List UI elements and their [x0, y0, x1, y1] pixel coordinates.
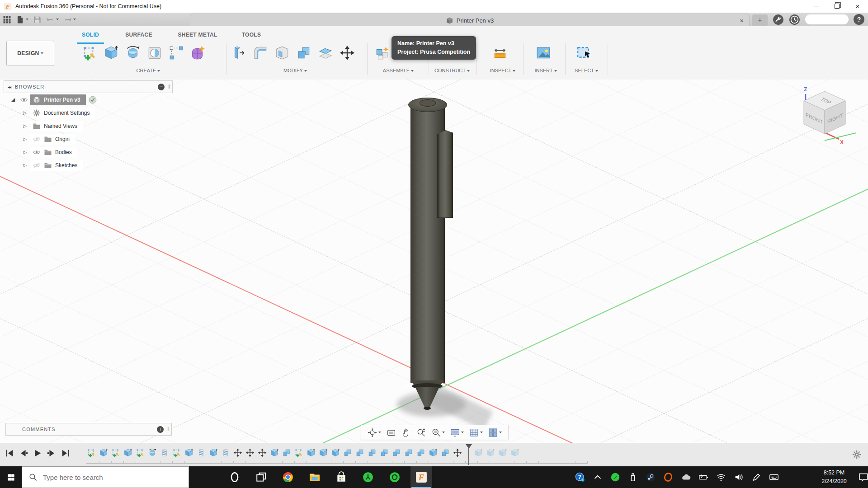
orbit-button[interactable] [366, 427, 383, 438]
pan-button[interactable] [400, 427, 413, 438]
browser-item-bodies[interactable]: ▷Bodies [4, 146, 172, 158]
tray-razer-icon[interactable] [610, 472, 620, 482]
browser-item-named-views[interactable]: ▷Named Views [4, 120, 172, 131]
timeline-feature-combine[interactable] [343, 448, 352, 457]
go-to-start-button[interactable] [5, 448, 14, 458]
timeline-feature-extrude[interactable] [319, 448, 328, 457]
group-label-modify[interactable]: MODIFY [230, 68, 361, 73]
tab-tools[interactable]: TOOLS [238, 32, 265, 42]
fit-button[interactable] [429, 427, 447, 438]
browser-item-chip[interactable]: Document Settings [30, 108, 95, 118]
pen-clip[interactable] [437, 130, 453, 218]
group-label-create[interactable]: CREATE [80, 68, 216, 73]
browser-root-chip[interactable]: Printer Pen v3 [30, 94, 86, 105]
revolve-tool[interactable] [124, 43, 142, 63]
notifications-icon[interactable] [789, 14, 800, 25]
move-copy-tool[interactable] [338, 43, 356, 63]
tray-usb-device-icon[interactable] [628, 472, 638, 482]
minimize-panel-icon[interactable]: − [158, 84, 165, 90]
panel-grip-handle[interactable]: ‖ [167, 426, 170, 432]
taskbar-search[interactable] [22, 466, 189, 488]
timeline-feature-coil[interactable] [197, 448, 206, 457]
chevron-down-icon[interactable] [26, 19, 28, 20]
timeline-feature-combine[interactable] [392, 448, 401, 457]
timeline-track[interactable] [86, 463, 588, 464]
tray-touch-keyboard-icon[interactable] [769, 472, 779, 482]
timeline-feature-extrude[interactable] [510, 448, 519, 457]
chevron-down-icon[interactable] [442, 432, 445, 433]
browser-item-chip[interactable]: Sketches [30, 160, 83, 171]
new-tab-button[interactable]: + [752, 14, 768, 26]
timeline-feature-extrude[interactable] [498, 448, 507, 457]
offset-face-tool[interactable] [316, 43, 335, 63]
timeline-feature-extrude[interactable] [486, 448, 495, 457]
timeline-feature-revolve[interactable] [148, 448, 157, 457]
search-input[interactable] [42, 473, 179, 482]
chevron-down-icon[interactable] [73, 19, 76, 20]
taskbar-clock[interactable]: 8:52 PM 2/24/2020 [811, 469, 857, 486]
insert-canvas-tool[interactable] [534, 43, 552, 63]
grid-and-snaps-button[interactable] [467, 427, 485, 438]
tray-battery-icon[interactable] [698, 472, 708, 482]
view-cube[interactable]: TOP FRONT RIGHT Z X [793, 84, 856, 145]
browser-item-document-settings[interactable]: ▷Document Settings [4, 107, 172, 118]
timeline-feature-extrude[interactable] [429, 448, 438, 457]
close-button[interactable]: × [847, 0, 868, 12]
job-status-icon[interactable] [773, 14, 784, 25]
tray-steam-icon[interactable] [646, 472, 656, 482]
expand-arrow-icon[interactable]: ▷ [20, 123, 30, 128]
timeline-feature-combine[interactable] [441, 448, 450, 457]
chevron-down-icon[interactable] [499, 432, 502, 433]
group-label-assemble[interactable]: ASSEMBLE [373, 68, 423, 73]
timeline-feature-sketch[interactable] [136, 448, 145, 457]
shell-tool[interactable] [273, 43, 291, 63]
browser-root-row[interactable]: ◢ Printer Pen v3 [4, 94, 172, 105]
timeline-feature-combine[interactable] [355, 448, 364, 457]
document-tab-close-icon[interactable]: × [740, 17, 744, 24]
taskbar-app-file-explorer[interactable] [304, 466, 326, 488]
browser-item-chip[interactable]: Bodies [30, 147, 77, 158]
zoom-button[interactable] [415, 427, 428, 438]
tab-solid[interactable]: SOLID [77, 32, 104, 44]
timeline-feature-coil[interactable] [160, 448, 169, 457]
timeline-feature-move[interactable] [233, 448, 242, 457]
press-pull-tool[interactable] [230, 43, 248, 63]
create-sketch-tool[interactable] [80, 43, 99, 63]
app-launcher-button[interactable] [3, 15, 11, 24]
workspace-selector[interactable]: DESIGN [6, 41, 54, 66]
viewports-button[interactable] [486, 427, 504, 438]
timeline-feature-sketch[interactable] [111, 448, 120, 457]
tray-pen-icon[interactable] [751, 472, 761, 482]
group-label-inspect[interactable]: INSPECT [485, 68, 521, 73]
timeline-feature-sketch[interactable] [172, 448, 181, 457]
expand-arrow-icon[interactable]: ▷ [20, 150, 30, 155]
taskbar-app-app-green-1[interactable] [357, 466, 379, 488]
restore-button[interactable] [826, 0, 847, 12]
collapse-panel-icon[interactable]: ◂◂ [8, 84, 10, 89]
rectangular-pattern-tool[interactable] [167, 43, 185, 63]
combine-tool[interactable] [295, 43, 313, 63]
panel-grip-handle[interactable]: ‖ [168, 84, 170, 90]
play-button[interactable] [33, 448, 42, 458]
timeline-feature-combine[interactable] [404, 448, 413, 457]
group-label-construct[interactable]: CONSTRUCT [432, 68, 472, 73]
minimize-button[interactable] [806, 0, 826, 12]
visibility-visible-icon[interactable] [33, 148, 41, 156]
timeline-feature-coil[interactable] [221, 448, 230, 457]
taskbar-app-fusion-360[interactable]: F [410, 466, 432, 488]
action-center-icon[interactable] [858, 472, 868, 483]
timeline-feature-extrude[interactable] [331, 448, 340, 457]
select-tool[interactable] [575, 43, 593, 63]
fillet-tool[interactable] [251, 43, 269, 63]
go-to-end-button[interactable] [61, 448, 71, 458]
timeline-feature-extrude[interactable] [307, 448, 316, 457]
hole-tool[interactable] [146, 43, 164, 63]
chevron-down-icon[interactable] [461, 432, 464, 433]
browser-item-chip[interactable]: Origin [30, 134, 75, 145]
tray-wifi-icon[interactable] [716, 472, 726, 482]
timeline-feature-move[interactable] [258, 448, 267, 457]
tray-origin-icon[interactable] [663, 472, 673, 482]
user-account-pill[interactable] [805, 14, 849, 24]
measure-tool[interactable] [491, 43, 509, 63]
group-label-select[interactable]: SELECT [569, 68, 604, 73]
